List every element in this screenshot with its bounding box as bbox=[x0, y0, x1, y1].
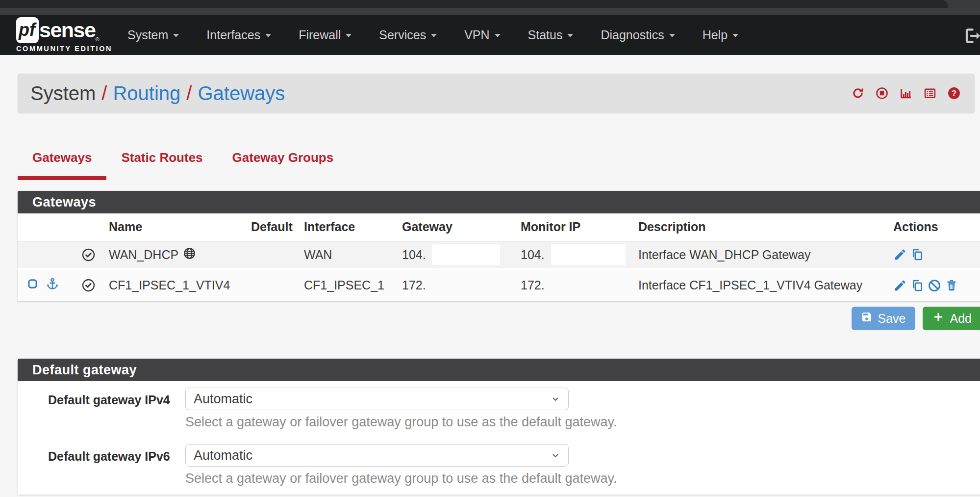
col-header-empty bbox=[74, 213, 103, 241]
nav-item-label: Firewall bbox=[299, 28, 341, 42]
chevron-down-icon bbox=[669, 34, 675, 37]
chevron-down-icon bbox=[567, 34, 573, 37]
edit-icon[interactable] bbox=[893, 248, 907, 262]
refresh-icon[interactable] bbox=[851, 86, 865, 100]
help-icon[interactable]: ? bbox=[947, 86, 961, 100]
col-header-name: Name bbox=[103, 213, 245, 241]
logo-pf-box: pf bbox=[16, 17, 39, 43]
log-icon[interactable] bbox=[923, 86, 937, 100]
col-header-monitor-ip: Monitor IP bbox=[515, 213, 632, 241]
breadcrumb-routing-link[interactable]: Routing bbox=[113, 82, 180, 105]
default-gateway-panel: Default gateway Default gateway IPv4 Aut… bbox=[18, 359, 980, 495]
gateways-buttons-row: Save Add bbox=[18, 307, 980, 330]
svg-text:?: ? bbox=[952, 89, 956, 98]
top-navbar: pfsense® COMMUNITY EDITION System Interf… bbox=[0, 15, 980, 55]
row-status-cell bbox=[74, 241, 103, 269]
stop-icon[interactable] bbox=[875, 86, 889, 100]
nav-item-firewall[interactable]: Firewall bbox=[299, 28, 352, 42]
gateway-ip: 104. bbox=[402, 248, 426, 262]
ban-icon[interactable] bbox=[928, 279, 941, 292]
anchor-icon bbox=[46, 277, 59, 294]
save-button-label: Save bbox=[878, 312, 906, 326]
copy-icon[interactable] bbox=[910, 248, 924, 262]
plus-icon bbox=[932, 311, 945, 326]
add-button[interactable]: Add bbox=[923, 307, 980, 330]
monitor-ip: 172. bbox=[521, 278, 545, 292]
col-header-actions: Actions bbox=[887, 213, 980, 241]
nav-item-label: Diagnostics bbox=[601, 28, 664, 42]
gateway-name: WAN_DHCP bbox=[109, 248, 178, 262]
nav-item-diagnostics[interactable]: Diagnostics bbox=[601, 28, 675, 42]
tab-static-routes[interactable]: Static Routes bbox=[106, 137, 217, 180]
breadcrumb-separator: / bbox=[186, 82, 192, 105]
chevron-down-icon bbox=[346, 34, 352, 37]
gateway-name: CF1_IPSEC_1_VTIV4 bbox=[109, 278, 230, 292]
nav-item-help[interactable]: Help bbox=[703, 28, 738, 42]
select-value: Automatic bbox=[194, 392, 252, 407]
row-left-icons-cell bbox=[18, 269, 74, 301]
row-interface-cell: WAN bbox=[298, 241, 396, 269]
globe-icon bbox=[183, 247, 196, 263]
row-interface-cell: CF1_IPSEC_1 bbox=[298, 269, 396, 301]
row-name-cell: CF1_IPSEC_1_VTIV4 bbox=[103, 269, 245, 301]
window-title-strip bbox=[0, 8, 980, 15]
col-header-interface: Interface bbox=[298, 213, 396, 241]
default-gateway-ipv4-label: Default gateway IPv4 bbox=[48, 393, 170, 407]
nav-item-label: System bbox=[127, 28, 168, 42]
redaction-box bbox=[432, 244, 500, 265]
row-default-cell bbox=[245, 269, 298, 301]
chevron-down-icon bbox=[173, 34, 179, 37]
nav-item-vpn[interactable]: VPN bbox=[464, 28, 500, 42]
nav-item-services[interactable]: Services bbox=[379, 28, 437, 42]
row-name-cell: WAN_DHCP bbox=[103, 241, 245, 269]
chevron-down-icon bbox=[495, 34, 501, 37]
pfsense-logo[interactable]: pfsense® COMMUNITY EDITION bbox=[16, 17, 105, 52]
col-header-gateway: Gateway bbox=[396, 213, 515, 241]
copy-icon[interactable] bbox=[910, 279, 924, 292]
default-gateway-ipv6-label: Default gateway IPv6 bbox=[48, 449, 170, 464]
square-icon bbox=[27, 278, 38, 292]
chevron-down-icon bbox=[550, 393, 561, 408]
row-status-cell bbox=[74, 269, 103, 301]
gateway-ip: 172. bbox=[402, 278, 426, 292]
chevron-down-icon bbox=[550, 449, 561, 465]
sign-out-icon[interactable] bbox=[963, 26, 980, 47]
chevron-down-icon bbox=[265, 34, 271, 37]
edit-icon[interactable] bbox=[893, 279, 907, 292]
monitor-ip: 104. bbox=[521, 248, 545, 262]
breadcrumb-panel: System / Routing / Gateways ? bbox=[18, 74, 975, 113]
tab-gateway-groups[interactable]: Gateway Groups bbox=[218, 137, 349, 180]
tab-gateways[interactable]: Gateways bbox=[18, 137, 106, 180]
tab-bar: Gateways Static Routes Gateway Groups bbox=[18, 137, 348, 180]
trash-icon[interactable] bbox=[945, 279, 958, 292]
default-gateway-ipv4-select[interactable]: Automatic bbox=[185, 388, 569, 410]
nav-item-label: Services bbox=[379, 28, 426, 42]
save-button[interactable]: Save bbox=[852, 307, 915, 330]
default-gateway-ipv4-row: Default gateway IPv4 Automatic Select a … bbox=[18, 381, 980, 433]
col-header-description: Description bbox=[632, 213, 887, 241]
nav-item-label: Interfaces bbox=[206, 28, 260, 42]
nav-item-interfaces[interactable]: Interfaces bbox=[206, 28, 271, 42]
gateways-table: Name Default Interface Gateway Monitor I… bbox=[18, 213, 980, 301]
nav-item-system[interactable]: System bbox=[127, 28, 179, 42]
breadcrumb-gateways-link[interactable]: Gateways bbox=[198, 82, 285, 105]
row-description-cell: Interface WAN_DHCP Gateway bbox=[632, 241, 887, 269]
page-content: System / Routing / Gateways ? Gateways S… bbox=[0, 55, 980, 497]
logo-edition-text: COMMUNITY EDITION bbox=[16, 45, 105, 52]
breadcrumb: System / Routing / Gateways bbox=[30, 82, 285, 105]
table-row-cf1-ipsec: CF1_IPSEC_1_VTIV4 CF1_IPSEC_1 172. 172. … bbox=[18, 269, 980, 301]
default-gateway-ipv6-select[interactable]: Automatic bbox=[185, 444, 569, 467]
browser-top-bar bbox=[0, 0, 980, 8]
breadcrumb-system: System bbox=[30, 82, 96, 105]
default-gateway-ipv6-row: Default gateway IPv6 Automatic Select a … bbox=[18, 433, 980, 495]
select-value: Automatic bbox=[194, 448, 252, 463]
navbar-menu: System Interfaces Firewall Services VPN … bbox=[127, 28, 766, 42]
gateways-panel: Gateways Name Default Interface Gateway … bbox=[18, 191, 980, 301]
nav-item-status[interactable]: Status bbox=[528, 28, 574, 42]
row-gateway-cell: 172. bbox=[396, 269, 515, 301]
nav-item-label: Help bbox=[703, 28, 728, 42]
bar-chart-icon[interactable] bbox=[899, 86, 913, 100]
col-header-empty bbox=[18, 213, 74, 241]
check-circle-icon bbox=[79, 248, 97, 262]
row-actions-cell bbox=[887, 269, 980, 301]
